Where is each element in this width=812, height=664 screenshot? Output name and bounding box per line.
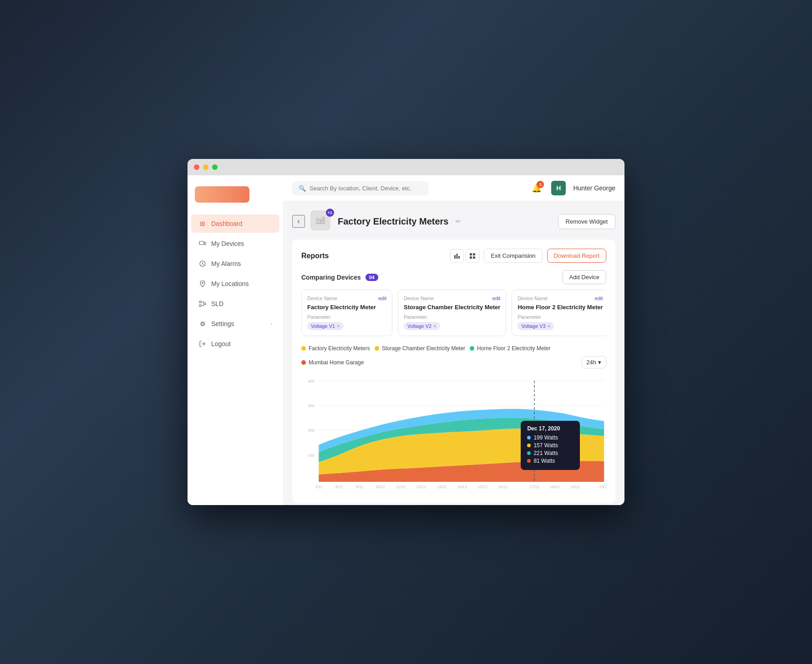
widget-icon-container: +1 [310,210,332,232]
grid-view-button[interactable] [466,249,479,263]
chart-container: 400 300 200 100 [301,376,606,494]
reports-actions: Exit Comparision Download Report [450,249,606,263]
sidebar-item-label-my-alarms: My Alarms [211,260,241,267]
device-card-0-edit[interactable]: edit [378,296,386,301]
svg-text:100: 100 [308,453,314,458]
widget-badge: +1 [326,209,334,217]
sidebar-item-dashboard[interactable]: ⊞ Dashboard [191,215,279,233]
sidebar-item-settings[interactable]: ⚙ Settings › [191,315,279,333]
device-card-0: Device Name edit Factory Electricity Met… [301,290,392,336]
main-content: 🔍 🔔 1 H Hunter George ‹ [283,175,624,505]
device-card-0-label: Device Name [307,296,337,301]
edit-title-icon[interactable]: ✏ [456,218,461,225]
svg-text:14/12: 14/12 [457,485,467,490]
svg-rect-22 [473,253,475,255]
svg-point-35 [532,431,537,436]
settings-icon: ⚙ [198,320,207,328]
chart-legend: Factory Electricity Meters Storage Chamb… [301,345,606,368]
svg-text:9/12: 9/12 [356,485,364,490]
device-card-0-remove-param[interactable]: × [337,323,340,329]
sld-icon [198,300,207,308]
svg-text:8/12: 8/12 [335,485,343,490]
svg-text:17/12: 17/12 [529,485,539,490]
time-selector[interactable]: 24h ▾ [581,356,606,368]
comparing-title: Comparing Devices [301,274,361,281]
legend-item-0: Factory Electricity Meters [301,345,370,352]
svg-text:13/12: 13/12 [436,485,447,490]
svg-rect-1 [204,242,206,245]
add-device-button[interactable]: Add Device [563,270,606,284]
device-card-1-name: Storage Chamber Electricity Meter [404,304,500,311]
user-name: Hunter George [573,184,615,192]
sidebar-item-sld[interactable]: SLD [191,295,279,313]
device-card-2-header: Device Name edit [518,296,603,301]
svg-text:200: 200 [308,428,314,433]
time-selector-value: 24h [586,359,596,366]
device-card-2-param-label: Parameter [518,314,603,320]
titlebar [188,159,624,175]
svg-text:12/12: 12/12 [416,485,426,490]
device-card-2: Device Name edit Home Floor 2 Electricit… [512,290,606,336]
logout-icon [198,340,207,348]
sidebar: ⊞ Dashboard My Devices [188,175,283,505]
back-button[interactable]: ‹ [292,215,305,228]
legend-label-0: Factory Electricity Meters [309,345,370,352]
svg-rect-23 [470,256,472,259]
sidebar-item-my-devices[interactable]: My Devices [191,235,279,253]
device-card-2-edit[interactable]: edit [595,296,603,301]
notification-button[interactable]: 🔔 1 [529,181,544,195]
svg-rect-19 [457,254,458,259]
svg-text:10/12: 10/12 [375,485,385,490]
sidebar-item-label-my-locations: My Locations [211,280,249,287]
remove-widget-button[interactable]: Remove Widget [558,214,615,229]
widget-header: ‹ +1 Fac [292,210,615,232]
device-cards-container: Device Name edit Factory Electricity Met… [301,290,606,336]
svg-text:19/12: 19/12 [570,485,580,490]
svg-rect-24 [473,256,475,259]
device-card-1-edit[interactable]: edit [492,296,501,301]
svg-text:16/12: 16/12 [498,485,508,490]
sidebar-item-my-alarms[interactable]: My Alarms [191,255,279,273]
device-card-0-name: Factory Electricity Meter [307,304,386,311]
device-card-1-remove-param[interactable]: × [433,323,436,329]
topbar-right: 🔔 1 H Hunter George [529,181,615,195]
dashboard-icon: ⊞ [198,220,207,228]
legend-label-3: Mumbai Home Garage [309,359,364,366]
device-card-0-param-tag: Voltage V1 × [307,322,344,330]
search-bar[interactable]: 🔍 [292,181,429,195]
bar-view-button[interactable] [450,249,464,263]
svg-rect-7 [199,305,201,306]
device-card-2-remove-param[interactable]: × [548,323,550,329]
device-card-1-param-tag: Voltage V2 × [404,322,440,330]
close-dot[interactable] [194,164,199,170]
sidebar-item-label-dashboard: Dashboard [211,220,243,227]
search-input[interactable] [310,185,422,192]
comparing-header: Comparing Devices 04 Add Device [301,270,606,284]
svg-rect-18 [454,255,456,259]
device-card-0-header: Device Name edit [307,296,386,301]
svg-text:20/12: 20/12 [599,485,606,490]
svg-rect-14 [316,218,319,223]
exit-comparison-button[interactable]: Exit Comparision [484,249,542,263]
devices-icon [198,240,207,248]
device-card-2-label: Device Name [518,296,548,301]
device-card-2-param-tag: Voltage V3 × [518,322,554,330]
area-chart: 400 300 200 100 [301,376,606,494]
alarms-icon [198,260,207,268]
locations-icon [198,280,207,288]
sidebar-item-logout[interactable]: Logout [191,335,279,353]
app-window: ⊞ Dashboard My Devices [188,159,624,505]
svg-rect-15 [320,219,321,223]
settings-arrow-icon: › [271,322,272,327]
download-report-button[interactable]: Download Report [547,249,606,263]
maximize-dot[interactable] [212,164,218,170]
legend-dot-0 [301,346,306,351]
sidebar-item-my-locations[interactable]: My Locations [191,275,279,293]
legend-label-1: Storage Chamber Electricity Meter [382,345,465,352]
sidebar-item-label-logout: Logout [211,340,231,347]
sidebar-item-label-settings: Settings [211,320,234,327]
minimize-dot[interactable] [203,164,208,170]
svg-rect-20 [458,256,460,259]
comparing-title-group: Comparing Devices 04 [301,274,378,281]
widget-title: Factory Electricity Meters [338,216,448,227]
